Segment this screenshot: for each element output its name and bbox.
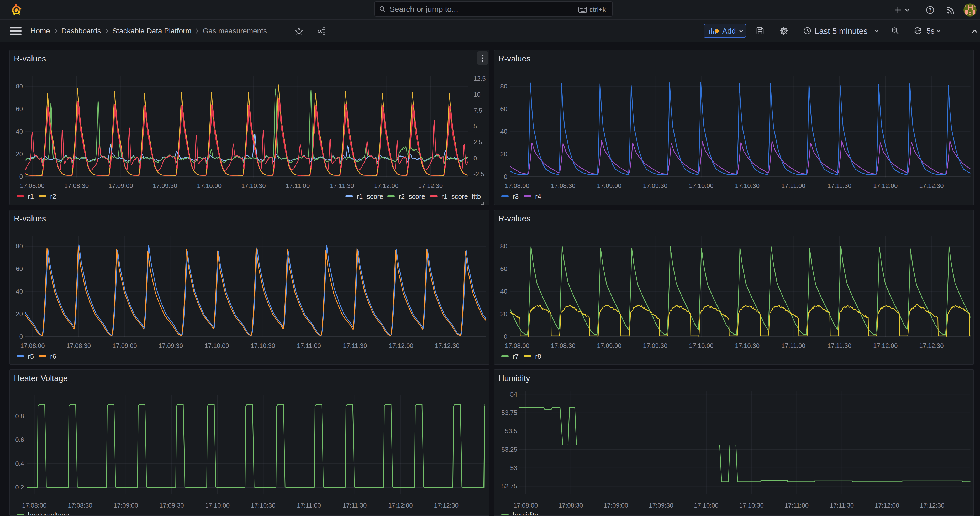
- svg-text:20: 20: [16, 310, 23, 317]
- svg-text:Humidity: Humidity: [498, 374, 530, 383]
- svg-text:53.75: 53.75: [501, 409, 517, 416]
- svg-text:53.25: 53.25: [501, 446, 517, 453]
- svg-text:17:12:30: 17:12:30: [434, 502, 458, 509]
- svg-text:53.5: 53.5: [505, 427, 517, 434]
- svg-text:80: 80: [16, 83, 23, 90]
- svg-text:0.8: 0.8: [15, 412, 24, 419]
- svg-text:17:10:30: 17:10:30: [251, 342, 275, 349]
- svg-text:17:08:00: 17:08:00: [505, 182, 529, 190]
- svg-text:0: 0: [19, 333, 23, 340]
- svg-text:17:12:00: 17:12:00: [873, 342, 897, 349]
- svg-text:r8: r8: [535, 352, 541, 360]
- svg-text:17:09:00: 17:09:00: [114, 502, 138, 509]
- svg-text:17:10:00: 17:10:00: [197, 182, 221, 190]
- svg-text:17:10:00: 17:10:00: [205, 502, 230, 509]
- svg-text:17:10:00: 17:10:00: [689, 182, 713, 190]
- svg-text:60: 60: [501, 265, 508, 272]
- svg-text:17:08:00: 17:08:00: [20, 342, 45, 349]
- svg-text:17:10:30: 17:10:30: [251, 502, 275, 509]
- svg-text:17:09:00: 17:09:00: [597, 342, 622, 349]
- svg-text:heatervoltage: heatervoltage: [28, 511, 69, 516]
- svg-text:-2.5: -2.5: [474, 170, 484, 177]
- svg-text:r1_score: r1_score: [357, 193, 383, 201]
- svg-text:17:09:30: 17:09:30: [649, 502, 673, 509]
- svg-text:7.5: 7.5: [474, 107, 482, 114]
- svg-text:17:11:30: 17:11:30: [343, 342, 367, 349]
- svg-text:17:09:00: 17:09:00: [597, 182, 622, 190]
- svg-text:17:10:30: 17:10:30: [739, 502, 764, 509]
- svg-text:17:11:30: 17:11:30: [827, 182, 852, 190]
- svg-text:humidity: humidity: [512, 511, 538, 516]
- svg-text:R-values: R-values: [14, 214, 46, 223]
- svg-text:17:10:30: 17:10:30: [735, 182, 760, 190]
- svg-text:17:11:00: 17:11:00: [781, 182, 805, 190]
- svg-text:0: 0: [19, 173, 23, 180]
- svg-text:17:12:00: 17:12:00: [389, 342, 413, 349]
- svg-text:17:11:30: 17:11:30: [830, 502, 854, 509]
- svg-text:17:11:00: 17:11:00: [286, 182, 310, 190]
- svg-text:17:09:00: 17:09:00: [604, 502, 628, 509]
- svg-text:17:10:00: 17:10:00: [204, 342, 229, 349]
- svg-text:40: 40: [16, 288, 23, 295]
- svg-text:40: 40: [501, 288, 508, 295]
- svg-text:17:12:30: 17:12:30: [920, 182, 944, 190]
- svg-text:17:08:30: 17:08:30: [551, 342, 575, 349]
- svg-text:R-values: R-values: [498, 214, 530, 223]
- svg-text:17:08:30: 17:08:30: [551, 182, 575, 190]
- svg-text:80: 80: [501, 83, 508, 90]
- svg-text:17:09:30: 17:09:30: [159, 342, 183, 349]
- svg-text:17:08:00: 17:08:00: [20, 182, 45, 190]
- svg-text:r4: r4: [535, 193, 541, 201]
- svg-text:17:09:30: 17:09:30: [643, 342, 667, 349]
- svg-text:17:12:30: 17:12:30: [435, 342, 459, 349]
- svg-text:R-values: R-values: [498, 54, 530, 63]
- svg-text:17:11:00: 17:11:00: [297, 342, 321, 349]
- svg-text:17:08:00: 17:08:00: [505, 342, 529, 349]
- svg-text:17:12:00: 17:12:00: [374, 182, 398, 190]
- svg-text:40: 40: [501, 128, 508, 135]
- svg-text:Heater Voltage: Heater Voltage: [14, 374, 68, 383]
- svg-text:17:10:00: 17:10:00: [694, 502, 719, 509]
- svg-text:r2_score: r2_score: [399, 193, 425, 201]
- svg-text:20: 20: [501, 310, 508, 317]
- svg-text:17:08:30: 17:08:30: [64, 182, 89, 190]
- svg-text:?: ?: [929, 7, 932, 13]
- svg-text:17:08:30: 17:08:30: [68, 502, 92, 509]
- svg-text:52.75: 52.75: [501, 483, 517, 489]
- svg-text:17:12:30: 17:12:30: [418, 182, 443, 190]
- svg-text:80: 80: [16, 243, 23, 250]
- svg-text:0: 0: [504, 333, 508, 340]
- svg-text:17:12:00: 17:12:00: [388, 502, 412, 509]
- svg-text:17:11:00: 17:11:00: [781, 342, 805, 349]
- svg-text:53: 53: [510, 464, 517, 471]
- svg-text:r7: r7: [512, 352, 519, 360]
- svg-text:r5: r5: [28, 352, 34, 360]
- svg-text:0: 0: [504, 173, 508, 180]
- svg-text:17:09:30: 17:09:30: [153, 182, 177, 190]
- svg-text:r2: r2: [50, 193, 56, 201]
- svg-text:17:08:30: 17:08:30: [67, 342, 91, 349]
- svg-text:r3: r3: [512, 193, 519, 201]
- svg-text:12.5: 12.5: [474, 75, 486, 82]
- svg-text:80: 80: [501, 243, 508, 250]
- svg-text:17:10:30: 17:10:30: [735, 342, 760, 349]
- svg-text:17:11:30: 17:11:30: [343, 502, 367, 509]
- svg-text:17:11:00: 17:11:00: [297, 502, 321, 509]
- svg-text:17:12:30: 17:12:30: [920, 502, 944, 509]
- svg-text:54: 54: [510, 390, 517, 398]
- svg-text:20: 20: [501, 150, 508, 158]
- svg-text:r6: r6: [50, 352, 56, 360]
- svg-text:2.5: 2.5: [474, 139, 482, 146]
- svg-text:17:11:00: 17:11:00: [785, 502, 809, 509]
- svg-text:17:09:30: 17:09:30: [643, 182, 667, 190]
- svg-text:17:09:00: 17:09:00: [108, 182, 133, 190]
- svg-text:17:11:30: 17:11:30: [330, 182, 354, 190]
- svg-text:0.2: 0.2: [15, 484, 24, 491]
- svg-text:0.6: 0.6: [15, 436, 24, 443]
- svg-text:20: 20: [16, 150, 23, 158]
- svg-text:17:10:30: 17:10:30: [241, 182, 266, 190]
- svg-text:17:08:30: 17:08:30: [558, 502, 583, 509]
- svg-text:17:12:30: 17:12:30: [920, 342, 944, 349]
- svg-text:0: 0: [474, 154, 477, 162]
- svg-text:17:09:00: 17:09:00: [112, 342, 137, 349]
